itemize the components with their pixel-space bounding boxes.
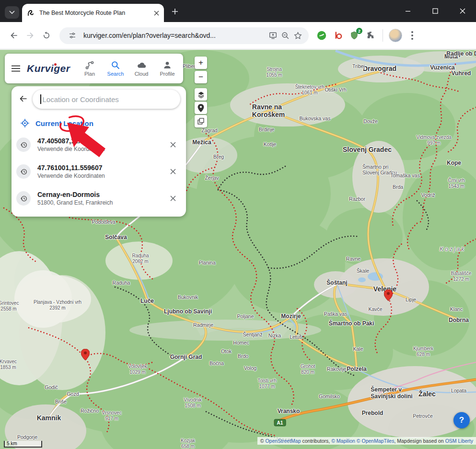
logo-dot (54, 63, 57, 66)
new-tab-button[interactable] (169, 6, 181, 17)
text-caret (40, 94, 41, 104)
install-app-icon[interactable] (267, 29, 279, 42)
history-item[interactable]: Cernay-en-Dormois 51800, Grand Est, Fran… (12, 186, 186, 211)
extension-badge: 2 (356, 28, 362, 34)
extension-icon-shield[interactable]: 2 (348, 29, 361, 42)
zoom-in-button[interactable]: + (195, 57, 207, 69)
tab-cloud[interactable]: Cloud (129, 60, 154, 77)
history-remove-icon[interactable] (167, 138, 179, 151)
extension-icon-1[interactable] (315, 29, 328, 42)
url-text[interactable]: kurviger.com/en/plan?overlay=search&ovd.… (83, 32, 267, 39)
app-nav: Plan Search Cloud Profile (77, 60, 183, 77)
tab-plan[interactable]: Plan (77, 60, 102, 77)
hamburger-icon (12, 65, 20, 72)
tab-favicon-icon (27, 9, 35, 17)
attribution-text: © (260, 438, 266, 444)
search-icon (111, 60, 120, 70)
marker-icon (197, 104, 204, 112)
tab-profile-label: Profile (160, 71, 174, 77)
back-button[interactable] (6, 27, 22, 44)
map-attribution: © OpenStreetMap contributors, © Mapilion… (257, 437, 476, 445)
current-location-label: Current Location (35, 119, 93, 127)
arrow-left-icon (18, 94, 28, 104)
minimize-button[interactable] (394, 0, 421, 22)
search-input[interactable] (42, 95, 173, 104)
route-icon (85, 60, 94, 70)
map-page: DravogradRavne naKoroškemSlovenj GradecV… (0, 50, 476, 449)
current-location-item[interactable]: Current Location (12, 115, 186, 131)
tab-profile[interactable]: Profile (155, 60, 180, 77)
forward-button[interactable] (22, 27, 38, 44)
chevron-down-icon (9, 11, 15, 14)
plus-icon (172, 8, 178, 15)
tab-search[interactable]: Search (103, 60, 128, 77)
history-texts: Cernay-en-Dormois 51800, Grand Est, Fran… (37, 191, 167, 206)
history-item[interactable]: 47.761001,11.559607 Verwende die Koordin… (12, 159, 186, 184)
back-arrow-button[interactable] (16, 92, 30, 105)
browser-toolbar: kurviger.com/en/plan?overlay=search&ovd.… (0, 22, 476, 49)
app-header-card: Kurviger Plan Search Cloud Profile (5, 54, 183, 83)
close-button[interactable] (449, 0, 476, 22)
address-bar[interactable]: kurviger.com/en/plan?overlay=search&ovd.… (59, 27, 309, 44)
zoom-out-button[interactable]: − (195, 71, 207, 83)
extensions-puzzle-icon[interactable] (364, 29, 377, 42)
crosshair-icon (20, 118, 30, 128)
extension-icon-2[interactable] (331, 29, 345, 42)
history-icon (16, 138, 31, 152)
duplicate-icon (197, 117, 205, 125)
history-texts: 47.761001,11.559607 Verwende die Koordin… (37, 164, 167, 179)
reload-button[interactable] (38, 27, 55, 44)
attribution-link[interactable]: OpenStreetMap (265, 438, 301, 444)
tab-search-label: Search (107, 71, 124, 77)
bookmark-star-icon[interactable] (291, 29, 304, 42)
history-remove-icon[interactable] (167, 165, 179, 178)
profile-avatar[interactable] (389, 29, 402, 42)
attribution-text: contributors, (301, 438, 332, 444)
overlays-button[interactable] (195, 115, 207, 127)
tab-strip: The Best Motorcycle Route Plan (0, 0, 476, 22)
browser-window: The Best Motorcycle Route Plan (0, 0, 476, 449)
history-title: 47.761001,11.559607 (37, 164, 167, 172)
kurviger-logo[interactable]: Kurviger (27, 63, 77, 74)
tab-title: The Best Motorcycle Route Plan (39, 10, 151, 16)
map-marker-velenje[interactable] (384, 289, 393, 301)
attribution-link[interactable]: © OpenMapTiles (357, 438, 395, 444)
history-title: Cernay-en-Dormois (37, 191, 167, 198)
history-icon (16, 164, 31, 179)
maximize-button[interactable] (421, 0, 449, 22)
history-remove-icon[interactable] (167, 192, 179, 205)
layers-icon (197, 91, 205, 99)
toolbar-separator (383, 29, 383, 42)
attribution-link[interactable]: OSM Liberty (445, 438, 473, 444)
tab-plan-label: Plan (84, 71, 95, 77)
search-panel: Current Location 47.405087,11.5 Verwende… (12, 86, 186, 217)
search-input-container[interactable] (33, 90, 180, 109)
help-button[interactable]: ? (453, 412, 470, 428)
tab-cloud-label: Cloud (135, 71, 149, 77)
history-icon (16, 191, 31, 206)
map-marker-west[interactable] (81, 349, 90, 360)
window-controls (394, 0, 476, 22)
attribution-link[interactable]: © Mapilion (331, 438, 355, 444)
layers-button[interactable] (195, 88, 207, 101)
zoom-out-indicator-icon[interactable] (279, 29, 291, 42)
cloud-icon (136, 60, 147, 70)
history-subtitle: Verwende die Koordinaten (37, 173, 167, 179)
history-title: 47.405087,11.5 (37, 137, 167, 145)
person-icon (163, 60, 172, 70)
tab-search-button[interactable] (5, 6, 19, 19)
tab-close-icon[interactable] (154, 11, 159, 16)
map-scale: 5 km (4, 441, 42, 448)
history-texts: 47.405087,11.5 Verwende die Koordinaten (37, 137, 167, 152)
browser-tab[interactable]: The Best Motorcycle Route Plan (22, 4, 164, 22)
history-subtitle: 51800, Grand Est, Frankreich (37, 199, 167, 206)
marker-tool-button[interactable] (195, 102, 207, 114)
attribution-text: , Mapdesign based on (394, 438, 445, 444)
site-info-icon[interactable] (66, 29, 79, 42)
menu-kebab-icon[interactable] (404, 27, 420, 44)
history-item[interactable]: 47.405087,11.5 Verwende die Koordinaten (12, 132, 186, 157)
menu-hamburger-button[interactable] (5, 65, 27, 72)
history-subtitle: Verwende die Koordinaten (37, 146, 167, 152)
